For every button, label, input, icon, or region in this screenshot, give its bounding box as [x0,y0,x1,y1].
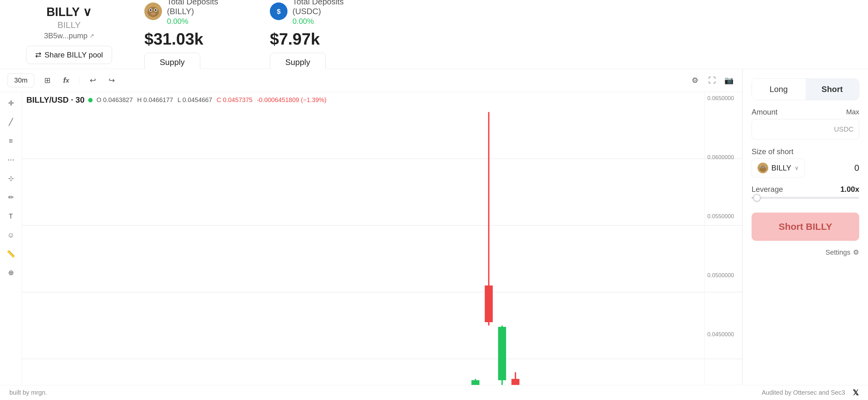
usdc-avatar: $ [270,2,287,20]
short-tab[interactable]: Short [806,79,859,100]
main-layout: 30m ⊞ fx ↩ ↪ ⚙ ⛶ 📷 ✛ ╱ ≡ ⋯ ⊹ ✏ T ☺ [0,69,868,400]
bottom-bar: built by mrgn. Audited by Ottersec and S… [0,385,868,400]
svg-point-5 [155,9,157,11]
network-tool[interactable]: ⋯ [5,153,17,166]
token-sub: BILLY [57,20,81,30]
chart-canvas: BILLY/USD · 30 O 0.0463827 H 0.0466177 L… [22,92,742,400]
long-tab[interactable]: Long [752,79,806,100]
amount-section: Amount Max USDC [751,108,859,140]
size-token-avatar [757,163,768,173]
billy-deposit-card: Total Deposits (BILLY) 0.00% $31.03k Sup… [144,0,245,72]
chart-body: ✛ ╱ ≡ ⋯ ⊹ ✏ T ☺ 📏 ⊕ BILLY/USD · 30 O 0.0… [0,92,742,400]
leverage-row: Leverage 1.00x [751,185,859,194]
size-row: BILLY ∨ 0 [751,159,859,177]
svg-rect-85 [498,327,506,380]
top-header: BILLY ∨ BILLY 3B5w...pump ↗ ⇄ Share BILL… [0,0,868,69]
indicators-icon[interactable]: ⊞ [42,75,53,86]
settings-gear-icon[interactable]: ⚙ [853,248,859,257]
size-value: 0 [854,163,859,173]
svg-text:$: $ [277,7,281,16]
usdc-deposit-amount: $7.97k [270,30,320,48]
timeframe-button[interactable]: 30m [7,74,34,87]
leverage-label: Leverage [751,185,783,194]
crosshair-tool[interactable]: ✛ [5,97,17,110]
usdc-deposit-header: $ Total Deposits (USDC) 0.00% [270,0,344,26]
token-name-row: BILLY ∨ [46,5,92,19]
toolbar-right: ⚙ ⛶ 📷 [689,75,735,86]
size-label: Size of short [751,147,859,156]
short-billy-button[interactable]: Short BILLY [751,212,859,241]
ohlc-open: O 0.0463827 [96,96,133,104]
ohlc-high: H 0.0466177 [137,96,173,104]
ohlc-close: C 0.0457375 [217,96,253,104]
billy-avatar [144,2,162,20]
candlestick-chart: 0.0457375 [22,92,742,400]
redo-icon[interactable]: ↪ [106,75,117,86]
leverage-value: 1.00x [840,185,859,194]
billy-deposit-header: Total Deposits (BILLY) 0.00% [144,0,218,26]
price-scale: 0.0650000 0.0600000 0.0550000 0.0500000 … [705,92,742,400]
share-pool-button[interactable]: ⇄ Share BILLY pool [26,46,112,64]
x-social-icon[interactable]: 𝕏 [852,389,859,397]
svg-point-116 [761,166,762,168]
svg-rect-83 [485,285,493,322]
leverage-section: Leverage 1.00x [751,185,859,205]
ohlc-change: -0.0006451809 (−1.39%) [257,96,327,104]
share-icon: ⇄ [35,51,41,59]
billy-deposit-title: Total Deposits (BILLY) [167,0,218,16]
ohlc-data: O 0.0463827 H 0.0466177 L 0.0454667 C 0.… [96,96,327,104]
chart-left-tools: ✛ ╱ ≡ ⋯ ⊹ ✏ T ☺ 📏 ⊕ [0,92,22,400]
horizontal-lines-tool[interactable]: ≡ [5,135,17,147]
external-link-icon[interactable]: ↗ [89,32,94,39]
fib-tool[interactable]: ⊹ [5,172,17,185]
max-label[interactable]: Max [846,108,859,116]
usdc-deposit-title: Total Deposits (USDC) [292,0,344,16]
size-token-name: BILLY [771,164,792,172]
right-panel: Long Short Amount Max USDC Size of short [742,69,868,400]
usdc-deposit-card: $ Total Deposits (USDC) 0.00% $7.97k Sup… [270,0,370,72]
svg-point-1 [148,7,159,17]
svg-point-113 [760,166,766,172]
emoji-tool[interactable]: ☺ [5,229,17,241]
amount-currency: USDC [834,125,854,134]
token-info: BILLY ∨ BILLY 3B5w...pump ↗ ⇄ Share BILL… [19,5,119,64]
ruler-tool[interactable]: 📏 [5,248,17,260]
billy-deposit-pct: 0.00% [167,17,218,26]
ohlc-low: L 0.0454667 [178,96,212,104]
amount-input-wrap: USDC [751,119,859,140]
text-tool[interactable]: T [5,210,17,223]
chart-toolbar: 30m ⊞ fx ↩ ↪ ⚙ ⛶ 📷 [0,69,742,92]
line-tool[interactable]: ╱ [5,116,17,128]
svg-point-117 [764,166,765,168]
token-name[interactable]: BILLY ∨ [46,5,92,19]
size-section: Size of short BILLY ∨ 0 [751,147,859,177]
size-chevron-icon: ∨ [795,165,799,171]
more-tools[interactable]: ⊕ [5,266,17,279]
bottom-bar-right: Audited by Ottersec and Sec3 𝕏 [762,389,859,397]
chart-live-dot [88,98,93,102]
fullscreen-icon[interactable]: ⛶ [706,75,718,86]
built-by-text: built by mrgn. [9,389,47,396]
leverage-slider[interactable] [751,197,859,199]
audited-footer-text: Audited by Ottersec and Sec3 [762,389,845,396]
toolbar-separator [80,76,80,85]
chart-info-bar: BILLY/USD · 30 O 0.0463827 H 0.0466177 L… [26,95,327,105]
chart-pair: BILLY/USD · 30 [26,95,85,105]
token-address: 3B5w...pump ↗ [44,31,94,40]
fx-icon[interactable]: fx [61,75,72,86]
pencil-tool[interactable]: ✏ [5,191,17,204]
screenshot-icon[interactable]: 📷 [723,75,735,86]
settings-gear-icon[interactable]: ⚙ [689,75,701,86]
amount-label: Amount Max [751,108,859,116]
size-token-select[interactable]: BILLY ∨ [751,159,805,177]
svg-point-6 [151,12,156,16]
usdc-deposit-pct: 0.00% [292,17,344,26]
svg-point-4 [150,9,152,11]
long-short-tabs: Long Short [751,79,859,100]
leverage-slider-thumb[interactable] [753,194,761,202]
settings-label: Settings [826,248,851,257]
undo-icon[interactable]: ↩ [87,75,98,86]
settings-row[interactable]: Settings ⚙ [751,248,859,257]
chart-area: 30m ⊞ fx ↩ ↪ ⚙ ⛶ 📷 ✛ ╱ ≡ ⋯ ⊹ ✏ T ☺ [0,69,742,400]
billy-deposit-amount: $31.03k [144,30,203,48]
